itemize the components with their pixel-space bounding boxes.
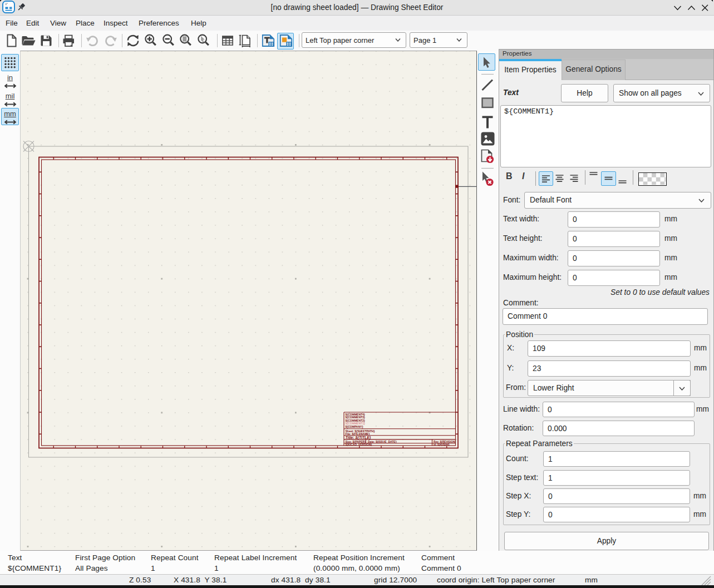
svg-text:Title: ${TITLE}: Title: ${TITLE}	[346, 436, 371, 440]
svg-text:${COMPANY}: ${COMPANY}	[346, 425, 363, 428]
svg-text:${KICAD_VERSION}: ${KICAD_VERSION}	[346, 443, 372, 446]
svg-text:Date: ${ISSUE_DATE}: Date: ${ISSUE_DATE}	[368, 440, 397, 443]
svg-text:Id: ${#}/${##}: Id: ${#}/${##}	[434, 443, 450, 446]
